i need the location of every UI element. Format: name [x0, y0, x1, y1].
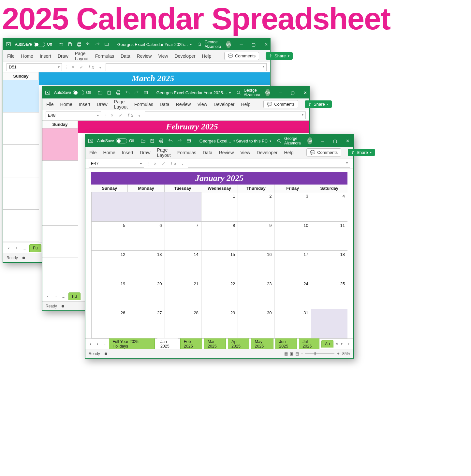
calendar-cell[interactable]: 19 — [92, 280, 128, 309]
sheet-tab[interactable]: Apr 2025 — [228, 338, 249, 350]
view-layout-icon[interactable]: ▣ — [290, 351, 293, 356]
tab-more-button[interactable]: … — [61, 294, 66, 299]
ribbon-tab[interactable]: Formulas — [177, 150, 196, 155]
avatar[interactable]: GA — [307, 137, 312, 144]
close-button[interactable]: ✕ — [344, 138, 351, 144]
redo-icon[interactable] — [177, 138, 183, 144]
name-box[interactable]: D51▾ — [7, 63, 62, 71]
calendar-cell[interactable]: 6 — [128, 222, 165, 251]
calendar-cell[interactable]: 9 — [238, 222, 274, 251]
sheet-tab[interactable]: May 2025 — [251, 338, 273, 350]
tab-prev-button[interactable]: ‹ — [45, 294, 51, 299]
calendar-cell[interactable]: 26 — [92, 309, 128, 338]
calendar-cell[interactable]: 10 — [274, 222, 311, 251]
open-icon[interactable] — [58, 41, 64, 47]
calendar-cell[interactable]: 20 — [128, 280, 165, 309]
comments-button[interactable]: 💬 Comments — [306, 148, 341, 156]
calendar-cell[interactable]: 25 — [311, 280, 347, 309]
rec-icon[interactable]: ⏺ — [22, 256, 26, 260]
ribbon-tab[interactable]: View — [240, 150, 250, 155]
zoom-percent[interactable]: 85% — [342, 351, 350, 356]
search-icon[interactable] — [197, 41, 202, 47]
calendar-cell[interactable]: 14 — [165, 251, 201, 280]
sheet-tab[interactable]: Mar 2025 — [204, 338, 226, 350]
autosave-toggle[interactable] — [73, 90, 84, 95]
tab-more-button[interactable]: … — [22, 245, 27, 250]
calendar-cell[interactable]: 12 — [92, 251, 128, 280]
share-button[interactable]: ⇪ Share ▾ — [348, 149, 375, 156]
redo-icon[interactable] — [134, 90, 140, 96]
ribbon-tab[interactable]: Home — [103, 150, 115, 155]
close-button[interactable]: ✕ — [263, 41, 269, 48]
calendar-cell[interactable]: 8 — [201, 222, 238, 251]
view-break-icon[interactable]: ▤ — [295, 351, 299, 356]
calendar-cell[interactable]: 28 — [165, 309, 201, 338]
autosave-toggle[interactable] — [34, 42, 45, 47]
tab-prev-button[interactable]: ‹ — [88, 341, 93, 346]
ribbon-tab[interactable]: View — [158, 53, 168, 59]
sheet-tab[interactable]: Fu — [29, 244, 41, 252]
ribbon-tab[interactable]: File — [7, 53, 15, 59]
ribbon-tab[interactable]: Review — [219, 150, 234, 155]
tab-next-button[interactable]: › — [53, 294, 59, 299]
calendar-cell[interactable]: 31 — [274, 309, 311, 338]
calendar-cell[interactable]: 16 — [238, 251, 274, 280]
calendar-cell[interactable]: 22 — [201, 280, 238, 309]
sheet-tab[interactable]: Jan 2025 — [157, 338, 178, 350]
tab-next-button[interactable]: › — [95, 341, 100, 346]
calendar-cell[interactable]: 15 — [201, 251, 238, 280]
sheet-tab[interactable]: Feb 2025 — [180, 338, 202, 350]
formula-input[interactable]: ▾ — [106, 63, 267, 71]
more-icon[interactable] — [186, 138, 192, 144]
calendar-cell[interactable]: 23 — [238, 280, 274, 309]
open-icon[interactable] — [97, 90, 103, 96]
calendar-cell[interactable]: 11 — [311, 222, 347, 251]
more-icon[interactable] — [104, 41, 110, 47]
search-icon[interactable] — [236, 90, 241, 96]
undo-icon[interactable] — [85, 41, 91, 47]
close-button[interactable]: ✕ — [302, 89, 308, 96]
ribbon-tab[interactable]: File — [46, 102, 54, 107]
ribbon-tab[interactable]: File — [89, 150, 97, 155]
ribbon-tab[interactable]: Page Layout — [114, 99, 128, 110]
comments-button[interactable]: 💬 Comments — [224, 52, 259, 60]
fx-controls[interactable]: × ✓ fx ▾ — [111, 113, 142, 118]
zoom-out-button[interactable]: − — [301, 351, 303, 356]
ribbon-tab[interactable]: Home — [60, 102, 72, 107]
calendar-cell[interactable]: 2 — [238, 192, 274, 222]
calendar-cell[interactable]: 4 — [311, 192, 347, 222]
ribbon-tab[interactable]: Home — [21, 53, 33, 59]
redo-icon[interactable] — [95, 41, 100, 47]
ribbon-tab[interactable]: Review — [176, 102, 191, 107]
formula-input[interactable]: ▾ — [188, 160, 350, 168]
share-button[interactable]: ⇪ Share ▾ — [305, 100, 332, 108]
ribbon-tab[interactable]: Insert — [122, 150, 133, 155]
print-icon[interactable] — [76, 41, 82, 47]
minimize-button[interactable]: ─ — [277, 89, 284, 96]
tab-scroll-left[interactable]: ◂ — [335, 341, 338, 347]
fx-controls[interactable]: × ✓ fx ▾ — [72, 65, 103, 70]
calendar-cell[interactable]: 18 — [311, 251, 347, 280]
autosave-toggle[interactable] — [116, 138, 127, 143]
maximize-button[interactable]: ▢ — [332, 138, 338, 144]
calendar-cell[interactable] — [128, 192, 165, 222]
calendar-cell[interactable]: 27 — [128, 309, 165, 338]
rec-icon[interactable]: ⏺ — [104, 351, 108, 356]
chevron-down-icon[interactable]: ▾ — [190, 43, 192, 46]
undo-icon[interactable] — [168, 138, 173, 144]
sheet-tab[interactable]: Fu — [68, 292, 81, 300]
calendar-cell[interactable]: 24 — [274, 280, 311, 309]
calendar-cell[interactable]: 7 — [165, 222, 201, 251]
ribbon-tab[interactable]: Formulas — [95, 53, 114, 59]
search-icon[interactable] — [276, 138, 282, 144]
calendar-cell[interactable] — [311, 309, 347, 338]
name-box[interactable]: E48▾ — [46, 112, 101, 119]
open-icon[interactable] — [140, 138, 146, 144]
chevron-down-icon[interactable]: ▾ — [229, 91, 231, 95]
calendar-cell[interactable]: 1 — [201, 192, 238, 222]
ribbon-tab[interactable]: Review — [137, 53, 152, 59]
ribbon-tab[interactable]: Page Layout — [75, 51, 89, 61]
ribbon-tab[interactable]: Draw — [140, 150, 151, 155]
fx-controls[interactable]: × ✓ fx ▾ — [154, 161, 185, 166]
zoom-in-button[interactable]: ＋ — [336, 351, 340, 356]
